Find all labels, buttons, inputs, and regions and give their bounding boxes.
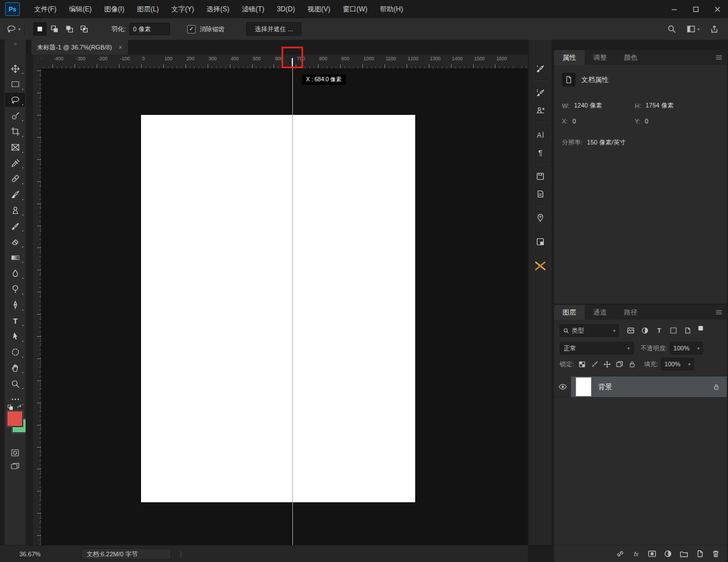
new-adjustment-layer-icon[interactable] — [664, 549, 672, 558]
panel-menu-icon[interactable] — [715, 309, 722, 315]
type-tool[interactable]: T — [5, 313, 25, 328]
blur-tool[interactable] — [5, 266, 25, 280]
brush-settings-panel-icon[interactable] — [529, 85, 552, 100]
layer-visibility-toggle[interactable] — [554, 377, 571, 397]
new-group-icon[interactable] — [680, 549, 688, 558]
menu-item-select[interactable]: 选择(S) — [200, 0, 235, 18]
subtract-from-selection-button[interactable] — [63, 22, 76, 36]
ruler-corner[interactable] — [33, 55, 42, 69]
lock-artboard-icon[interactable] — [616, 361, 623, 368]
move-tool[interactable] — [5, 61, 25, 76]
menu-item-window[interactable]: 窗口(W) — [337, 0, 374, 18]
filter-pixel-layers-icon[interactable] — [627, 327, 635, 334]
fill-input[interactable]: 100% ▾ — [661, 358, 694, 370]
layer-thumbnail[interactable] — [576, 377, 592, 396]
zoom-tool[interactable] — [5, 377, 25, 391]
crop-tool[interactable] — [5, 125, 25, 139]
share-icon[interactable] — [710, 24, 719, 34]
screen-mode-button[interactable] — [5, 462, 26, 471]
intersect-selection-button[interactable] — [77, 22, 91, 36]
menu-item-help[interactable]: 帮助(H) — [374, 0, 410, 18]
minimize-icon[interactable] — [663, 0, 685, 18]
photoshop-logo-icon[interactable]: Ps — [5, 2, 20, 16]
close-icon[interactable] — [706, 0, 728, 18]
add-to-selection-button[interactable] — [48, 22, 61, 36]
layer-filter-type-select[interactable]: 类型 ▾ — [560, 324, 619, 337]
character-panel-icon[interactable]: A — [529, 127, 552, 142]
menu-item-filter[interactable]: 滤镜(T) — [235, 0, 270, 18]
menu-item-view[interactable]: 视图(V) — [301, 0, 337, 18]
tab-layers[interactable]: 图层 — [554, 305, 585, 320]
lock-position-icon[interactable] — [603, 361, 611, 368]
quick-selection-tool[interactable] — [5, 109, 25, 123]
document-canvas[interactable] — [141, 115, 415, 502]
vertical-ruler[interactable]: -200-10001002003004005006007008009001000… — [33, 68, 42, 545]
notes-panel-icon[interactable] — [529, 187, 552, 201]
x-mark-icon[interactable] — [529, 258, 552, 273]
marquee-tool[interactable] — [5, 77, 25, 92]
new-layer-icon[interactable] — [696, 549, 704, 558]
tab-adjustments[interactable]: 调整 — [585, 50, 615, 65]
clone-stamp-tool[interactable] — [5, 203, 25, 217]
menu-item-3d[interactable]: 3D(D) — [271, 0, 301, 18]
zoom-level-field[interactable]: 36.67% — [19, 551, 40, 557]
layer-effects-icon[interactable]: fx — [632, 549, 640, 558]
frame-tool[interactable] — [5, 140, 25, 155]
foreground-color-swatch[interactable] — [7, 411, 23, 427]
history-panel-icon[interactable] — [529, 169, 552, 184]
paragraph-panel-icon[interactable]: ¶ — [529, 145, 552, 160]
antialias-checkbox[interactable]: ✓ — [187, 25, 196, 34]
delete-layer-icon[interactable] — [712, 549, 720, 558]
quick-mask-button[interactable] — [5, 448, 26, 457]
tab-properties[interactable]: 属性 — [554, 50, 585, 65]
healing-brush-tool[interactable] — [5, 172, 25, 186]
pen-tool[interactable] — [5, 298, 25, 312]
search-icon[interactable] — [667, 24, 676, 34]
path-selection-tool[interactable] — [5, 329, 25, 344]
add-layer-mask-icon[interactable] — [648, 549, 656, 558]
hand-tool[interactable] — [5, 361, 25, 375]
filter-toggle-icon[interactable] — [698, 326, 703, 330]
collapse-toolbar-icon[interactable]: » — [5, 41, 26, 47]
menu-item-file[interactable]: 文件(F) — [28, 0, 63, 18]
lasso-tool[interactable] — [5, 93, 25, 107]
lock-all-icon[interactable] — [628, 361, 636, 368]
tab-channels[interactable]: 通道 — [585, 305, 615, 320]
feather-input[interactable]: 0 像素 — [129, 23, 170, 35]
select-and-mask-button[interactable]: 选择并遮住 ... — [246, 22, 301, 36]
dodge-tool[interactable] — [5, 282, 25, 296]
maximize-icon[interactable] — [685, 0, 706, 18]
tab-paths[interactable]: 路径 — [615, 305, 646, 320]
panel-menu-icon[interactable] — [715, 55, 722, 60]
filter-adjustment-layers-icon[interactable] — [641, 327, 649, 334]
comments-panel-icon[interactable] — [529, 210, 552, 225]
vertical-guide[interactable] — [292, 68, 293, 545]
filter-shape-layers-icon[interactable] — [669, 327, 677, 334]
status-menu-chevron-icon[interactable]: 〉 — [179, 550, 185, 559]
link-layers-icon[interactable] — [616, 549, 624, 558]
lock-pixels-icon[interactable] — [591, 361, 598, 368]
menu-item-edit[interactable]: 编辑(E) — [63, 0, 98, 18]
swap-colors-icon[interactable] — [7, 404, 23, 411]
tool-preset-picker[interactable]: ▾ — [7, 24, 20, 34]
opacity-input[interactable]: 100% ▾ — [670, 342, 703, 354]
shape-tool[interactable] — [5, 345, 25, 359]
document-tab[interactable]: 未标题-1 @ 36.7%(RGB/8) × — [31, 40, 128, 55]
gradient-tool[interactable] — [5, 250, 25, 265]
filter-smart-objects-icon[interactable] — [684, 327, 692, 334]
layer-row[interactable]: 背景 — [554, 377, 727, 397]
filter-type-layers-icon[interactable]: T — [655, 327, 663, 334]
menu-item-layer[interactable]: 图层(L) — [131, 0, 166, 18]
menu-item-type[interactable]: 文字(Y) — [165, 0, 200, 18]
selected-layer[interactable]: 背景 — [571, 377, 727, 397]
workspace-switcher[interactable]: ▾ — [686, 24, 700, 34]
clone-source-panel-icon[interactable] — [529, 104, 552, 118]
eyedropper-tool[interactable] — [5, 156, 25, 170]
brush-tool[interactable] — [5, 188, 25, 202]
eraser-tool[interactable] — [5, 235, 25, 249]
menu-item-image[interactable]: 图像(I) — [98, 0, 130, 18]
libraries-panel-icon[interactable] — [529, 234, 552, 249]
blend-mode-select[interactable]: 正常 ▾ — [560, 342, 634, 354]
new-selection-button[interactable] — [33, 22, 47, 36]
tab-color[interactable]: 颜色 — [615, 50, 646, 65]
